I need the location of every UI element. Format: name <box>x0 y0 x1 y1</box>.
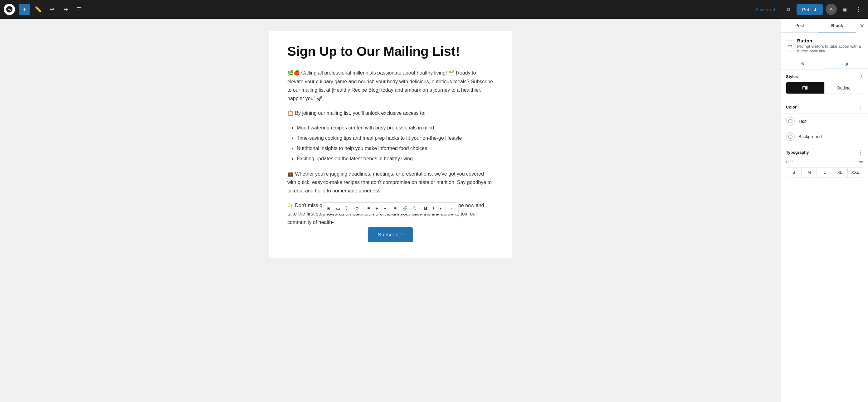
transform-icon: ⊞ <box>327 206 331 211</box>
styles-header: Styles ∧ <box>781 70 868 82</box>
toolbar-btn-more-inline[interactable]: ▾ <box>437 204 444 213</box>
toolbar-btn-align[interactable]: ≡ <box>365 204 372 213</box>
typography-label: Typography <box>786 150 809 155</box>
page-heading[interactable]: Sign Up to Our Mailing List! <box>287 44 493 59</box>
text-color-swatch[interactable] <box>786 117 795 126</box>
typography-more-icon: ⋮ <box>858 149 863 155</box>
typography-header: Typography ⋮ <box>781 144 868 159</box>
typography-section: Typography ⋮ SIZE ⇔ S M L XL XXL <box>781 144 868 182</box>
inner-tab-indicator <box>825 69 868 69</box>
subscribe-button[interactable]: Subscribe! <box>368 227 413 242</box>
tab-post[interactable]: Post <box>781 19 818 32</box>
chevron-up-icon[interactable]: ∧ <box>860 74 863 79</box>
redo-button[interactable]: ↪ <box>60 4 71 15</box>
paragraph-2[interactable]: 📋 By joining our mailing list, you'll un… <box>287 109 493 117</box>
background-color-row[interactable]: Background <box>781 129 868 144</box>
toolbar-btn-transform[interactable]: ⊞ <box>324 204 333 213</box>
add-block-button[interactable]: + <box>19 4 30 15</box>
more-options-button[interactable]: ⋮ <box>853 4 864 15</box>
list-item[interactable]: Mouthwatering recipes crafted with busy … <box>297 124 493 133</box>
block-info-text: Button Prompt visitors to take action wi… <box>797 38 863 53</box>
toolbar-btn-link[interactable]: 🔗 <box>400 204 410 213</box>
size-options: S M L XL XXL <box>786 167 863 177</box>
styles-options: Fill Outline <box>786 82 863 94</box>
color-label: Color <box>786 105 797 109</box>
toolbar-btn-add-before[interactable]: + <box>373 204 380 213</box>
size-m-button[interactable]: M <box>802 167 817 177</box>
link-icon: 🔗 <box>402 206 407 211</box>
block-title: Button <box>797 38 863 43</box>
settings-tab[interactable]: ⚙ <box>781 58 825 69</box>
size-xl-button[interactable]: XL <box>832 167 848 177</box>
justify-icon: ≡ <box>394 206 397 211</box>
block-desc: Prompt visitors to take action with a bu… <box>797 44 863 53</box>
size-l-button[interactable]: L <box>817 167 832 177</box>
sidebar-tabs: Post Block <box>781 19 856 33</box>
list-view-button[interactable]: ☰ <box>74 4 85 15</box>
block-icon: ▭ <box>786 40 794 52</box>
background-color-label: Background <box>799 134 822 139</box>
editor-area: Sign Up to Our Mailing List! 🌿🍎 Calling … <box>0 19 781 402</box>
save-draft-button[interactable]: Save draft <box>751 5 780 14</box>
toolbar-btn-code[interactable]: <> <box>352 204 362 213</box>
size-slider-icon: ⇔ <box>859 159 863 164</box>
list: Mouthwatering recipes crafted with busy … <box>297 124 493 163</box>
publish-button[interactable]: Publish <box>797 4 823 15</box>
edit-icon: ✏️ <box>35 6 41 13</box>
undo-button[interactable]: ↩ <box>46 4 57 15</box>
list-item[interactable]: Exciting updates on the latest trends in… <box>297 155 493 163</box>
subscribe-button-wrapper: Subscribe! <box>368 227 413 242</box>
right-sidebar: Post Block ✕ ▭ Button Prompt visitors to… <box>781 19 868 402</box>
toolbar-btn-type[interactable]: ▭ <box>334 204 343 213</box>
color-more-button[interactable]: ⋮ <box>858 104 863 110</box>
tab-indicator <box>818 32 856 32</box>
toolbar-btn-add-after[interactable]: + <box>381 204 389 213</box>
toolbar-btn-justify[interactable]: ≡ <box>392 204 399 213</box>
toolbar-btn-italic[interactable]: I <box>430 204 436 213</box>
toolbar-btn-drag[interactable]: ⠿ <box>343 204 351 213</box>
size-slider-button[interactable]: ⇔ <box>859 159 863 165</box>
add-after-icon: + <box>384 206 386 211</box>
size-label-text: SIZE <box>786 160 794 164</box>
toolbar-btn-dollar[interactable]: © <box>411 204 419 213</box>
type-icon: ▭ <box>336 206 340 211</box>
paragraph-3[interactable]: 💼 Whether you're juggling deadlines, mee… <box>287 170 493 195</box>
typography-more-button[interactable]: ⋮ <box>858 149 863 156</box>
toolbar-btn-bold[interactable]: B <box>422 204 430 213</box>
sidebar-toggle-button[interactable]: ▣ <box>839 4 850 15</box>
paragraph-1[interactable]: 🌿🍎 Calling all professional millennials … <box>287 69 493 103</box>
view-icon: 🖥 <box>786 7 790 12</box>
more-icon: ⋮ <box>856 6 862 13</box>
list-item[interactable]: Time-saving cooking tips and meal prep h… <box>297 134 493 143</box>
wp-logo <box>4 4 15 15</box>
avatar: A <box>826 4 837 15</box>
styles-section: Styles ∧ Fill Outline <box>781 70 868 99</box>
style-outline-button[interactable]: Outline <box>824 82 863 94</box>
dollar-icon: © <box>413 206 416 211</box>
topbar: + ✏️ ↩ ↪ ☰ Save draft 🖥 Publish A ▣ ⋮ <box>0 0 868 19</box>
view-button[interactable]: 🖥 <box>783 4 794 15</box>
align-icon: ≡ <box>367 206 370 211</box>
edit-button[interactable]: ✏️ <box>32 4 44 15</box>
tab-block[interactable]: Block <box>818 19 856 32</box>
settings-icon: ⚙ <box>801 61 805 66</box>
main-layout: Sign Up to Our Mailing List! 🌿🍎 Calling … <box>0 19 868 402</box>
list-icon: ☰ <box>77 6 82 13</box>
toolbar-btn-options[interactable]: ⋮ <box>447 204 457 213</box>
background-color-swatch[interactable] <box>786 132 795 141</box>
editor-content: Sign Up to Our Mailing List! 🌿🍎 Calling … <box>269 31 512 258</box>
style-fill-button[interactable]: Fill <box>786 82 824 94</box>
drag-icon: ⠿ <box>346 206 349 211</box>
styles-tab[interactable]: ◑ <box>825 58 868 69</box>
size-xxl-button[interactable]: XXL <box>848 167 863 177</box>
sidebar-close-button[interactable]: ✕ <box>856 20 868 32</box>
toolbar-separator-1 <box>363 205 364 212</box>
toolbar-separator-4 <box>445 205 446 212</box>
text-color-row[interactable]: Text <box>781 113 868 129</box>
list-item[interactable]: Nutritional insights to help you make in… <box>297 144 493 153</box>
sidebar-toggle-icon: ▣ <box>843 7 847 12</box>
text-color-label: Text <box>799 119 807 124</box>
styles-label: Styles <box>786 74 798 79</box>
size-s-button[interactable]: S <box>786 167 802 177</box>
size-section: SIZE ⇔ S M L XL XXL <box>781 159 868 182</box>
